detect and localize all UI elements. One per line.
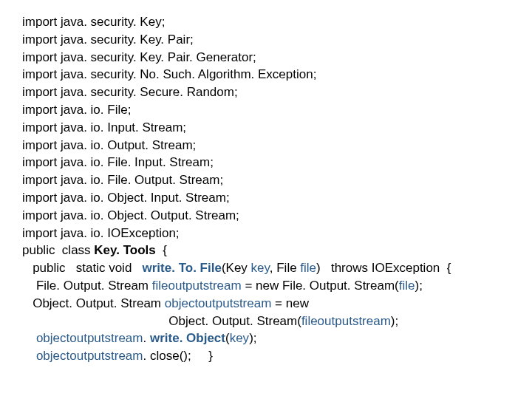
class-name: Key. Tools xyxy=(94,243,155,257)
code-line: import java. security. No. Such. Algorit… xyxy=(22,67,316,81)
var-fos: fileoutputstream xyxy=(152,279,242,293)
stmt-end: ); xyxy=(249,331,256,345)
stmt-indent xyxy=(22,349,36,363)
method-decl-end: ) throws IOException { xyxy=(316,261,451,275)
param-open: (Key xyxy=(222,261,251,275)
stmt-prefix: Object. Output. Stream xyxy=(22,296,165,310)
code-line: import java. io. Object. Input. Stream; xyxy=(22,191,230,205)
stmt-mid: = new File. Output. Stream( xyxy=(242,279,399,293)
code-line: import java. io. Object. Output. Stream; xyxy=(22,208,239,222)
var-oos: objectoutputstream xyxy=(165,296,272,310)
code-line: import java. io. Output. Stream; xyxy=(22,138,196,152)
code-line: import java. io. File. Output. Stream; xyxy=(22,173,223,187)
stmt-indent xyxy=(22,331,36,345)
code-line: import java. security. Key. Pair. Genera… xyxy=(22,50,256,64)
stmt-end: = new xyxy=(271,296,309,310)
code-line: import java. io. File; xyxy=(22,103,131,117)
code-line: import java. io. File. Input. Stream; xyxy=(22,155,214,169)
param-file: file xyxy=(300,261,316,275)
class-decl-prefix: public class xyxy=(22,243,94,257)
param-key: key xyxy=(251,261,270,275)
stmt-cont: Object. Output. Stream( xyxy=(22,314,301,328)
stmt-close: . close(); } xyxy=(143,349,213,363)
stmt-end: ); xyxy=(415,279,422,293)
class-decl-brace: { xyxy=(156,243,167,257)
stmt-prefix: File. Output. Stream xyxy=(22,279,152,293)
dot: . xyxy=(143,331,150,345)
code-line: import java. security. Secure. Random; xyxy=(22,85,238,99)
arg-file: file xyxy=(399,279,415,293)
code-line: import java. security. Key. Pair; xyxy=(22,33,194,47)
method-writeobject: write. Object xyxy=(150,331,225,345)
param-sep: , File xyxy=(270,261,301,275)
code-line: import java. io. Input. Stream; xyxy=(22,120,186,134)
code-block: import java. security. Key; import java.… xyxy=(0,0,532,365)
arg-key: key xyxy=(230,331,249,345)
var-oos: objectoutputstream xyxy=(36,349,143,363)
method-decl-prefix: public static void xyxy=(22,261,143,275)
arg-fos: fileoutputstream xyxy=(301,314,391,328)
method-name: write. To. File xyxy=(143,261,222,275)
code-line: import java. security. Key; xyxy=(22,15,165,29)
code-line: import java. io. IOException; xyxy=(22,226,180,240)
var-oos: objectoutputstream xyxy=(36,331,143,345)
stmt-end: ); xyxy=(391,314,398,328)
